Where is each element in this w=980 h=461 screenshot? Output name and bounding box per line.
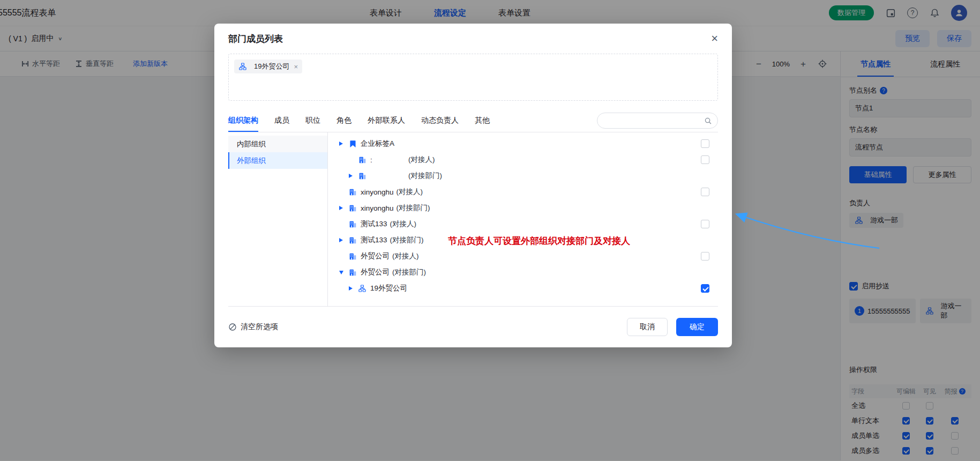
tree-node-icon bbox=[348, 139, 357, 148]
modal-tabs: 组织架构成员职位角色外部联系人动态负责人其他 bbox=[228, 109, 718, 132]
modal-tab[interactable]: 角色 bbox=[336, 109, 351, 132]
modal-tab[interactable]: 组织架构 bbox=[228, 109, 258, 132]
selected-tag-label: 19外贸公司 bbox=[254, 62, 289, 71]
tree-node-icon bbox=[348, 188, 357, 196]
cancel-button[interactable]: 取消 bbox=[627, 318, 668, 336]
tree-node-name: xinyonghu bbox=[361, 204, 394, 212]
close-icon[interactable]: × bbox=[711, 33, 718, 44]
org-icon bbox=[238, 62, 247, 71]
tree-checkbox[interactable] bbox=[701, 188, 709, 196]
tree-node-icon bbox=[348, 236, 357, 244]
tree-row[interactable]: : (对接人) bbox=[328, 152, 718, 168]
tree-node-suffix: (对接人) bbox=[392, 251, 419, 261]
tree-node-icon bbox=[358, 155, 366, 164]
tree-node-icon bbox=[348, 252, 357, 261]
tree-node-name: : bbox=[370, 156, 406, 164]
modal-title: 部门成员列表 bbox=[228, 33, 283, 45]
search-icon[interactable] bbox=[704, 117, 712, 125]
modal-tab[interactable]: 外部联系人 bbox=[368, 109, 405, 132]
tree-node-name: xinyonghu bbox=[361, 188, 394, 196]
caret-box[interactable] bbox=[349, 174, 358, 178]
sidebar-item[interactable]: 外部组织 bbox=[228, 152, 327, 169]
tree-row[interactable]: 测试133 (对接人) bbox=[328, 216, 718, 232]
tree-caret bbox=[339, 142, 343, 146]
tree-caret bbox=[349, 286, 353, 291]
tree-row[interactable]: xinyonghu (对接人) bbox=[328, 184, 718, 200]
tree-row[interactable]: 19外贸公司 bbox=[328, 280, 718, 296]
caret-box[interactable] bbox=[339, 238, 348, 242]
tree-node-suffix: (对接部门) bbox=[390, 235, 424, 245]
tree-node-name: 19外贸公司 bbox=[370, 284, 407, 293]
modal-tab[interactable]: 动态负责人 bbox=[421, 109, 459, 132]
tree-checkbox[interactable] bbox=[701, 139, 709, 148]
tree-checkbox[interactable] bbox=[701, 284, 709, 293]
tree-node-name: 测试133 bbox=[361, 235, 387, 245]
tree-caret bbox=[339, 271, 343, 274]
clear-icon bbox=[228, 323, 237, 331]
modal-body: 内部组织外部组织 企业标签A : (对接人) (对接部门) xinyonghu … bbox=[228, 132, 718, 307]
tree-row[interactable]: xinyonghu (对接部门) bbox=[328, 200, 718, 216]
caret-box[interactable] bbox=[339, 142, 348, 146]
tree-caret bbox=[339, 206, 343, 210]
modal-header: 部门成员列表 × bbox=[214, 24, 732, 54]
tree-caret bbox=[349, 174, 353, 178]
clear-selection-label: 清空所选项 bbox=[241, 322, 278, 332]
tree-row[interactable]: 外贸公司 (对接人) bbox=[328, 248, 718, 264]
tree-checkbox[interactable] bbox=[701, 252, 709, 261]
selected-tag[interactable]: 19外贸公司 × bbox=[234, 60, 302, 73]
tree-node-icon bbox=[358, 172, 366, 180]
tree-node-suffix: (对接人) bbox=[397, 187, 423, 197]
annotation-text: 节点负责人可设置外部组织对接部门及对接人 bbox=[448, 235, 630, 247]
caret-box[interactable] bbox=[339, 206, 348, 210]
search-box[interactable] bbox=[597, 113, 718, 129]
caret-box[interactable] bbox=[339, 271, 348, 274]
tree-node-icon bbox=[348, 204, 357, 212]
tree-node-name: 测试133 bbox=[361, 219, 387, 229]
tree-node-suffix: (对接部门) bbox=[392, 267, 426, 277]
modal-tab[interactable]: 其他 bbox=[475, 109, 490, 132]
clear-selection-button[interactable]: 清空所选项 bbox=[228, 322, 278, 332]
tree-node-suffix: (对接部门) bbox=[408, 171, 442, 181]
tree-node-suffix: (对接人) bbox=[390, 219, 417, 229]
department-member-modal: 部门成员列表 × 19外贸公司 × 组织架构成员职位角色外部联系人动态负责人其他… bbox=[214, 24, 732, 347]
tree-row[interactable]: 企业标签A bbox=[328, 136, 718, 152]
tree-row[interactable]: 外贸公司 (对接部门) bbox=[328, 264, 718, 280]
tree-checkbox[interactable] bbox=[701, 155, 709, 164]
tree-node-suffix: (对接人) bbox=[408, 155, 435, 165]
confirm-button[interactable]: 确定 bbox=[676, 318, 718, 336]
tree-node-suffix: (对接部门) bbox=[397, 203, 430, 213]
tree-node-icon bbox=[348, 220, 357, 228]
tree-caret bbox=[339, 238, 343, 242]
search-input[interactable] bbox=[603, 116, 704, 125]
tree-node-name: 外贸公司 bbox=[361, 251, 390, 261]
modal-tab[interactable]: 成员 bbox=[274, 109, 289, 132]
tree-row[interactable]: (对接部门) bbox=[328, 168, 718, 184]
caret-box[interactable] bbox=[349, 286, 358, 291]
sidebar-item[interactable]: 内部组织 bbox=[228, 136, 327, 152]
tree-node-name: 外贸公司 bbox=[361, 267, 390, 277]
tree-node-name: 企业标签A bbox=[361, 139, 394, 148]
remove-tag-icon[interactable]: × bbox=[294, 63, 298, 71]
selected-tags: 19外贸公司 × bbox=[228, 54, 718, 101]
modal-tab[interactable]: 职位 bbox=[305, 109, 320, 132]
modal-footer: 清空所选项 取消 确定 bbox=[214, 307, 732, 347]
tree-node-icon bbox=[358, 284, 366, 293]
tree-list: 企业标签A : (对接人) (对接部门) xinyonghu (对接人) xin… bbox=[328, 132, 718, 306]
tree-node-icon bbox=[348, 268, 357, 277]
org-type-sidebar: 内部组织外部组织 bbox=[228, 132, 328, 306]
tree-checkbox[interactable] bbox=[701, 220, 709, 228]
